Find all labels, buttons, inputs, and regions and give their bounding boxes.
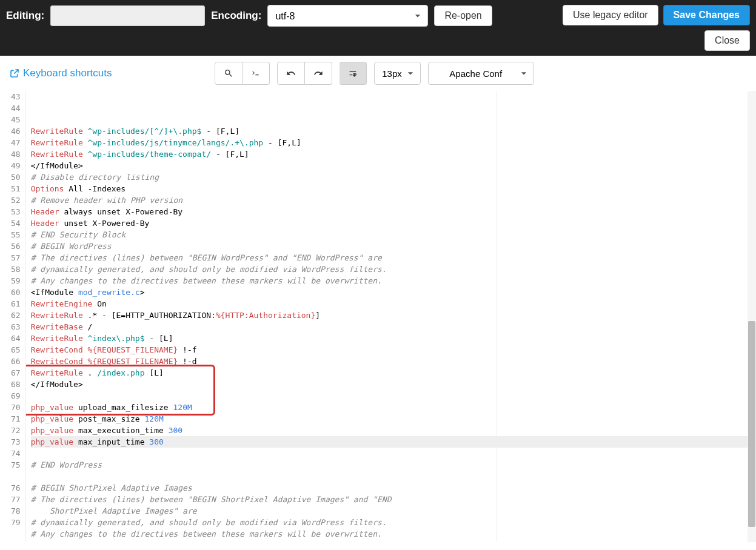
- terminal-icon: [251, 68, 261, 78]
- line-number: 68: [11, 379, 21, 390]
- code-line[interactable]: RewriteRule ^wp-includes/[^/]+\.php$ - […: [31, 125, 756, 137]
- code-line[interactable]: <IfModule mod_rewrite.c>: [31, 287, 756, 298]
- line-number: 59: [11, 275, 21, 287]
- code-line[interactable]: Options All -Indexes: [31, 183, 756, 194]
- line-number: 73: [11, 436, 21, 448]
- code-line[interactable]: RewriteRule ^wp-includes/theme-compat/ -…: [31, 148, 756, 160]
- line-number: 47: [11, 137, 21, 148]
- code-line[interactable]: RewriteRule . /index.php [L]: [31, 367, 756, 379]
- code-line[interactable]: php_value max_input_time 300: [31, 436, 756, 448]
- line-number: 65: [11, 344, 21, 356]
- code-line[interactable]: [31, 471, 756, 482]
- line-number: 76: [11, 482, 21, 494]
- code-line[interactable]: # Disable directory listing: [31, 171, 756, 183]
- editing-filename-input[interactable]: [50, 5, 205, 26]
- code-line[interactable]: # The directives (lines) between "BEGIN …: [31, 494, 756, 505]
- line-number: 77: [11, 494, 21, 505]
- line-number: 64: [11, 333, 21, 344]
- line-number: 75: [11, 459, 21, 471]
- use-legacy-editor-button[interactable]: Use legacy editor: [563, 5, 658, 25]
- line-number: 46: [11, 125, 21, 137]
- font-size-select[interactable]: 13px: [374, 62, 421, 85]
- line-number: 79: [11, 517, 21, 528]
- line-number: 49: [11, 160, 21, 171]
- code-line[interactable]: [31, 540, 756, 542]
- keyboard-shortcuts-link[interactable]: Keyboard shortcuts: [10, 67, 112, 79]
- code-line[interactable]: # dynamically generated, and should only…: [31, 263, 756, 275]
- scrollbar-thumb[interactable]: [748, 321, 755, 527]
- line-number: [11, 471, 21, 482]
- code-line[interactable]: RewriteCond %{REQUEST_FILENAME} !-d: [31, 356, 756, 367]
- line-number: 43: [11, 91, 21, 102]
- header-left: Editing: Encoding: utf-8 Re-open: [6, 5, 492, 27]
- line-number: 53: [11, 206, 21, 217]
- line-number-gutter: 4344454647484950515253545556575859606162…: [0, 91, 26, 542]
- line-number: 72: [11, 425, 21, 436]
- code-line[interactable]: # Remove header with PHP version: [31, 194, 756, 206]
- close-button[interactable]: Close: [704, 30, 750, 51]
- undo-icon: [286, 68, 296, 78]
- line-number: 50: [11, 171, 21, 183]
- code-line[interactable]: # The directives (lines) between "BEGIN …: [31, 252, 756, 263]
- code-line[interactable]: RewriteBase /: [31, 321, 756, 333]
- code-line[interactable]: # Any changes to the directives between …: [31, 275, 756, 287]
- terminal-button[interactable]: [243, 62, 270, 85]
- code-line[interactable]: # Any changes to the directives between …: [31, 528, 756, 540]
- save-changes-button[interactable]: Save Changes: [663, 5, 750, 25]
- search-button[interactable]: [215, 62, 243, 85]
- line-number: 56: [11, 240, 21, 252]
- code-line[interactable]: # BEGIN ShortPixel Adaptive Images: [31, 482, 756, 494]
- line-number: 57: [11, 252, 21, 263]
- encoding-label: Encoding:: [211, 10, 261, 22]
- encoding-select[interactable]: utf-8: [267, 5, 428, 27]
- code-line[interactable]: </IfModule>: [31, 379, 756, 390]
- line-number: 44: [11, 102, 21, 114]
- code-line[interactable]: ShortPixel Adaptive Images" are: [31, 505, 756, 517]
- code-line[interactable]: php_value max_execution_time 300: [31, 425, 756, 436]
- syntax-select[interactable]: Apache Conf: [428, 62, 534, 85]
- code-line[interactable]: php_value post_max_size 120M: [31, 413, 756, 425]
- line-number: 54: [11, 217, 21, 229]
- vertical-scrollbar[interactable]: [748, 91, 756, 542]
- editing-label: Editing:: [6, 10, 44, 22]
- word-wrap-button[interactable]: [340, 62, 367, 85]
- line-number: 67: [11, 367, 21, 379]
- code-line[interactable]: [31, 448, 756, 459]
- line-number: 74: [11, 448, 21, 459]
- line-number: 70: [11, 402, 21, 413]
- code-line[interactable]: RewriteEngine On: [31, 298, 756, 310]
- header-right: Use legacy editor Save Changes Close: [563, 5, 750, 51]
- line-number: 69: [11, 390, 21, 402]
- code-line[interactable]: Header unset X-Powered-By: [31, 217, 756, 229]
- toolbar: Keyboard shortcuts 13px: [0, 56, 756, 91]
- code-line[interactable]: # dynamically generated, and should only…: [31, 517, 756, 528]
- line-number: 52: [11, 194, 21, 206]
- code-line[interactable]: Header always unset X-Powered-By: [31, 206, 756, 217]
- code-line[interactable]: RewriteRule ^wp-includes/js/tinymce/lang…: [31, 137, 756, 148]
- line-number: 66: [11, 356, 21, 367]
- line-number: 58: [11, 263, 21, 275]
- code-line[interactable]: # BEGIN WordPress: [31, 240, 756, 252]
- undo-button[interactable]: [277, 62, 305, 85]
- search-icon: [224, 68, 233, 78]
- code-line[interactable]: </IfModule>: [31, 160, 756, 171]
- reopen-button[interactable]: Re-open: [434, 5, 492, 26]
- line-number: 61: [11, 298, 21, 310]
- word-wrap-icon: [348, 68, 358, 78]
- line-number: 55: [11, 229, 21, 240]
- redo-icon: [313, 68, 323, 78]
- code-line[interactable]: php_value upload_max_filesize 120M: [31, 402, 756, 413]
- code-line[interactable]: # END WordPress: [31, 459, 756, 471]
- line-number: 71: [11, 413, 21, 425]
- code-area[interactable]: RewriteRule ^wp-includes/[^/]+\.php$ - […: [26, 91, 756, 542]
- code-editor[interactable]: 4344454647484950515253545556575859606162…: [0, 91, 756, 542]
- code-line[interactable]: RewriteRule ^index\.php$ - [L]: [31, 333, 756, 344]
- redo-button[interactable]: [305, 62, 332, 85]
- code-line[interactable]: RewriteCond %{REQUEST_FILENAME} !-f: [31, 344, 756, 356]
- line-number: 48: [11, 148, 21, 160]
- line-number: 60: [11, 287, 21, 298]
- code-line[interactable]: # END Security Block: [31, 229, 756, 240]
- code-line[interactable]: RewriteRule .* - [E=HTTP_AUTHORIZATION:%…: [31, 310, 756, 321]
- line-number: 45: [11, 114, 21, 125]
- code-line[interactable]: [31, 390, 756, 402]
